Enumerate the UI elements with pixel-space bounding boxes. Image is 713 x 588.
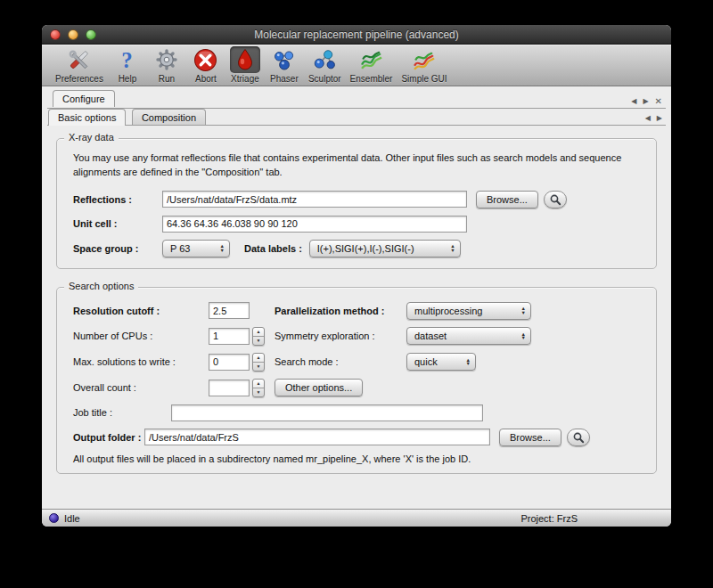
unit-cell-input[interactable] — [162, 216, 467, 233]
help-question-icon: ? — [112, 46, 143, 73]
max-solutions-input[interactable] — [209, 354, 250, 371]
window-controls — [50, 29, 96, 40]
search-icon — [549, 193, 561, 206]
toolbar-item-abort[interactable]: Abort — [188, 46, 224, 84]
subtab-nav-left-icon[interactable]: ◀ — [645, 114, 651, 122]
search-mode-label: Search mode : — [275, 356, 406, 367]
tab-basic-options-label: Basic options — [58, 112, 116, 123]
xtriage-drop-icon — [230, 46, 260, 73]
toolbar-item-phaser[interactable]: Phaser — [266, 46, 302, 84]
toolbar: Preferences ? Help — [42, 45, 671, 86]
window-title: Molecular replacement pipeline (advanced… — [42, 25, 671, 45]
unit-cell-row: Unit cell : — [73, 216, 645, 233]
search-mode-select[interactable]: quick ▲▼ — [406, 353, 476, 371]
run-gear-icon — [152, 46, 182, 73]
toolbar-label: Abort — [195, 74, 217, 84]
reflections-browse-button[interactable]: Browse... — [476, 191, 538, 208]
output-folder-input[interactable] — [144, 429, 490, 445]
output-folder-browse-button[interactable]: Browse... — [499, 429, 561, 446]
reflections-input[interactable] — [162, 191, 467, 208]
job-title-row: Job title : — [73, 404, 645, 421]
status-indicator-icon — [49, 513, 59, 523]
overall-count-stepper[interactable]: ▲▼ — [252, 379, 265, 397]
toolbar-item-preferences[interactable]: Preferences — [53, 46, 106, 84]
tab-nav-left-icon[interactable]: ◀ — [631, 97, 636, 105]
reflections-row: Reflections : Browse... — [73, 191, 645, 208]
space-group-value: P 63 — [170, 243, 190, 254]
reflections-label: Reflections : — [73, 194, 162, 205]
tab-configure[interactable]: Configure — [53, 90, 115, 107]
preferences-tools-icon — [64, 46, 94, 73]
zoom-window-button[interactable] — [86, 29, 96, 40]
subtab-nav-right-icon[interactable]: ▶ — [657, 114, 662, 122]
project-label: Project: FrzS — [520, 513, 578, 524]
tab-basic-options[interactable]: Basic options — [48, 109, 126, 126]
space-group-select[interactable]: P 63 ▲▼ — [162, 240, 230, 257]
toolbar-item-simple-gui[interactable]: Simple GUI — [398, 46, 449, 84]
toolbar-label: Xtriage — [231, 74, 259, 84]
overall-count-input[interactable] — [209, 380, 250, 396]
num-cpus-stepper[interactable]: ▲▼ — [252, 327, 265, 346]
toolbar-label: Preferences — [55, 74, 103, 84]
output-folder-row: Output folder : Browse... — [73, 429, 645, 446]
toolbar-label: Run — [159, 74, 175, 84]
search-options-group-title: Search options — [64, 281, 138, 291]
sub-tabrow: Basic options Composition ◀ ▶ — [47, 109, 666, 126]
unit-cell-label: Unit cell : — [73, 218, 162, 229]
tab-close-icon[interactable]: ✕ — [655, 98, 662, 105]
toolbar-item-xtriage[interactable]: Xtriage — [227, 46, 263, 84]
other-options-button[interactable]: Other options... — [275, 379, 363, 396]
popup-arrows-icon: ▲▼ — [220, 244, 225, 252]
sculptor-molecule-icon — [309, 46, 340, 73]
popup-arrows-icon: ▲▼ — [466, 358, 471, 366]
popup-arrows-icon: ▲▼ — [521, 332, 526, 340]
reflections-search-button[interactable] — [544, 191, 567, 208]
max-solutions-stepper[interactable]: ▲▼ — [252, 353, 265, 372]
parallelization-select[interactable]: multiprocessing ▲▼ — [406, 302, 531, 320]
abort-x-icon — [191, 46, 221, 73]
main-tab-nav: ◀ ▶ ✕ — [631, 97, 662, 105]
titlebar[interactable]: Molecular replacement pipeline (advanced… — [42, 25, 671, 45]
toolbar-item-help[interactable]: ? Help — [110, 46, 145, 84]
toolbar-label: Ensembler — [350, 74, 393, 84]
job-title-input[interactable] — [171, 404, 483, 421]
search-mode-value: quick — [414, 356, 438, 367]
tab-configure-label: Configure — [62, 94, 105, 104]
search-icon — [572, 431, 585, 444]
resolution-cutoff-input[interactable] — [209, 302, 250, 319]
parallelization-value: multiprocessing — [414, 306, 482, 316]
desktop-background: Molecular replacement pipeline (advanced… — [0, 0, 713, 588]
output-note: All output files will be placed in a sub… — [73, 453, 645, 464]
statusbar: Idle Project: FrzS — [42, 509, 671, 527]
toolbar-label: Phaser — [270, 74, 299, 84]
resolution-cutoff-label: Resolution cutoff : — [73, 306, 209, 316]
output-folder-label: Output folder : — [73, 432, 144, 443]
simple-gui-ribbon-icon — [409, 46, 439, 73]
minimize-window-button[interactable] — [68, 29, 78, 40]
num-cpus-input[interactable] — [209, 328, 250, 345]
parallelization-label: Parallelization method : — [275, 306, 406, 316]
space-group-label: Space group : — [73, 243, 162, 254]
toolbar-item-sculptor[interactable]: Sculptor — [306, 46, 344, 84]
data-labels-label: Data labels : — [244, 243, 302, 254]
xray-description: You may use any format reflections file … — [73, 151, 640, 180]
output-folder-search-button[interactable] — [567, 429, 590, 446]
symmetry-label: Symmetry exploration : — [275, 331, 406, 341]
max-solutions-label: Max. solutions to write : — [73, 356, 209, 367]
popup-arrows-icon: ▲▼ — [450, 244, 455, 252]
sub-tab-nav: ◀ ▶ — [645, 114, 662, 122]
toolbar-item-run[interactable]: Run — [149, 46, 184, 84]
symmetry-select[interactable]: dataset ▲▼ — [406, 327, 531, 345]
data-labels-select[interactable]: I(+),SIGI(+),I(-),SIGI(-) ▲▼ — [309, 240, 461, 257]
phaser-molecule-icon — [269, 46, 299, 73]
resolution-row: Resolution cutoff : Parallelization meth… — [73, 302, 645, 320]
toolbar-label: Sculptor — [308, 74, 341, 84]
tab-composition[interactable]: Composition — [132, 109, 206, 125]
overall-count-row: Overall count : ▲▼ Other options... — [73, 379, 645, 397]
search-options-group: Search options Resolution cutoff : Paral… — [56, 287, 657, 474]
tab-nav-right-icon[interactable]: ▶ — [643, 97, 648, 105]
toolbar-label: Help — [119, 74, 137, 84]
close-window-button[interactable] — [50, 29, 61, 40]
toolbar-item-ensembler[interactable]: Ensembler — [348, 46, 396, 84]
main-content: Configure ◀ ▶ ✕ Basic options Compositio… — [42, 86, 671, 509]
